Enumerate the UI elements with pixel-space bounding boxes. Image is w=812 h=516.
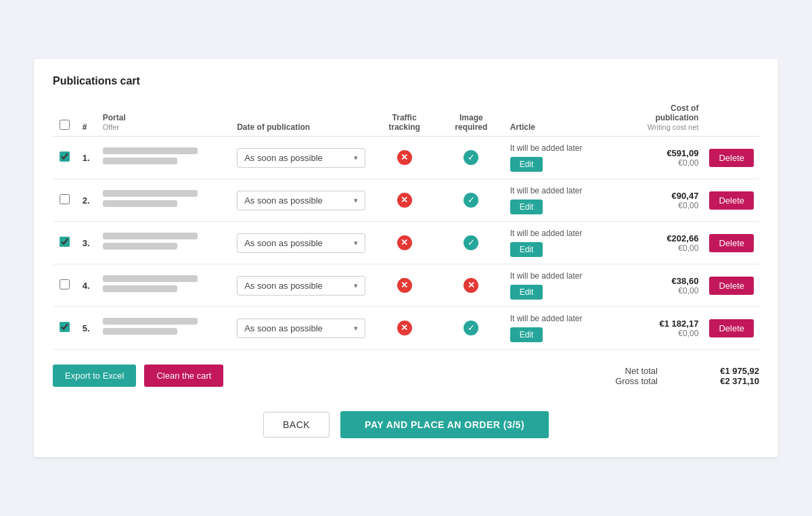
col-checkbox <box>53 99 77 137</box>
gross-total-label: Gross total <box>615 376 658 386</box>
row-article: It will be added laterEdit <box>505 307 624 350</box>
cost-main-value: €591,09 <box>629 148 699 158</box>
article-text: It will be added later <box>510 143 618 153</box>
row-traffic: ✕ <box>371 264 438 307</box>
row-4-delete-button[interactable]: Delete <box>709 277 754 295</box>
row-image: ✕ <box>438 264 505 307</box>
col-portal: PortalOffer <box>97 99 231 137</box>
row-cost: €90,47€0,00 <box>624 179 704 222</box>
portal-line2: ████████ <box>103 158 177 164</box>
row-2-delete-button[interactable]: Delete <box>709 191 754 210</box>
row-number: 3. <box>77 222 97 264</box>
cost-sub-value: €0,00 <box>629 329 699 338</box>
table-row: 5.████████████████████As soon as possibl… <box>53 307 759 350</box>
row-5-edit-button[interactable]: Edit <box>510 327 543 342</box>
row-2-edit-button[interactable]: Edit <box>510 200 543 214</box>
row-2-date-select[interactable]: As soon as possible▾ <box>237 191 365 210</box>
row-3-delete-button[interactable]: Delete <box>709 234 754 252</box>
traffic-x-icon: ✕ <box>397 278 412 293</box>
row-date: As soon as possible▾ <box>231 264 371 307</box>
row-traffic: ✕ <box>371 307 438 350</box>
portal-line2: ████████ <box>103 328 177 335</box>
chevron-down-icon: ▾ <box>354 281 358 290</box>
row-5-delete-button[interactable]: Delete <box>709 319 754 337</box>
row-article: It will be added laterEdit <box>505 264 624 307</box>
portal-line2: ████████ <box>103 200 177 207</box>
portal-line1: ████████████ <box>103 190 198 197</box>
chevron-down-icon: ▾ <box>354 239 358 248</box>
portal-line2: ████████ <box>103 285 177 292</box>
col-action <box>704 99 759 137</box>
place-order-button[interactable]: PAY AND PLACE AN ORDER (3/5) <box>340 411 549 438</box>
row-2-checkbox[interactable] <box>60 194 70 204</box>
row-4-date-select[interactable]: As soon as possible▾ <box>237 276 365 296</box>
row-1-date-select[interactable]: As soon as possible▾ <box>237 148 365 168</box>
row-traffic: ✕ <box>371 222 438 264</box>
clean-cart-button[interactable]: Clean the cart <box>144 365 223 387</box>
row-article: It will be added laterEdit <box>505 222 624 264</box>
row-1-checkbox[interactable] <box>60 151 70 162</box>
row-1-delete-button[interactable]: Delete <box>709 149 754 167</box>
cost-sub-value: €0,00 <box>629 243 699 253</box>
date-select-label: As soon as possible <box>244 323 323 333</box>
main-card: Publications cart # PortalOffer Date of … <box>34 59 778 457</box>
row-1-edit-button[interactable]: Edit <box>510 157 543 172</box>
row-portal: ████████████████████ <box>97 137 231 179</box>
date-select-label: As soon as possible <box>244 281 323 291</box>
col-cost: Cost of publicationWriting cost net <box>624 99 704 137</box>
footer-actions: Export to Excel Clean the cart Net total… <box>53 365 759 387</box>
image-x-icon: ✕ <box>464 278 478 293</box>
cost-main-value: €38,60 <box>629 276 699 286</box>
row-action: Delete <box>704 179 759 222</box>
col-number: # <box>77 99 97 137</box>
row-3-checkbox[interactable] <box>60 237 70 247</box>
row-action: Delete <box>704 307 759 350</box>
row-number: 4. <box>77 264 97 307</box>
portal-line1: ████████████ <box>103 147 198 154</box>
row-checkbox-cell <box>53 307 77 350</box>
row-4-edit-button[interactable]: Edit <box>510 285 543 300</box>
cost-sub-value: €0,00 <box>629 201 699 210</box>
image-check-icon: ✓ <box>464 193 478 208</box>
article-text: It will be added later <box>510 271 618 281</box>
bottom-navigation: BACK PAY AND PLACE AN ORDER (3/5) <box>53 411 759 438</box>
portal-line1: ████████████ <box>103 318 198 325</box>
row-4-checkbox[interactable] <box>60 279 70 289</box>
row-article: It will be added laterEdit <box>505 179 624 222</box>
chevron-down-icon: ▾ <box>354 324 358 333</box>
cost-main-value: €202,66 <box>629 233 699 243</box>
col-article: Article <box>505 99 624 137</box>
date-select-label: As soon as possible <box>244 238 323 248</box>
table-row: 3.████████████████████As soon as possibl… <box>53 222 759 264</box>
row-5-date-select[interactable]: As soon as possible▾ <box>237 319 365 338</box>
row-action: Delete <box>704 222 759 264</box>
select-all-checkbox[interactable] <box>60 120 70 130</box>
export-excel-button[interactable]: Export to Excel <box>53 365 136 387</box>
row-cost: €591,09€0,00 <box>624 137 704 179</box>
row-cost: €38,60€0,00 <box>624 264 704 307</box>
net-total-value: €1 975,92 <box>698 366 759 376</box>
portal-line1: ████████████ <box>103 275 198 282</box>
row-5-checkbox[interactable] <box>60 322 70 332</box>
row-image: ✓ <box>438 307 505 350</box>
row-3-date-select[interactable]: As soon as possible▾ <box>237 233 365 253</box>
row-image: ✓ <box>438 222 505 264</box>
row-portal: ████████████████████ <box>97 222 231 264</box>
chevron-down-icon: ▾ <box>354 154 358 162</box>
date-select-label: As soon as possible <box>244 153 323 163</box>
row-date: As soon as possible▾ <box>231 222 371 264</box>
row-cost: €202,66€0,00 <box>624 222 704 264</box>
traffic-x-icon: ✕ <box>397 150 412 165</box>
image-check-icon: ✓ <box>464 150 478 165</box>
date-select-label: As soon as possible <box>244 195 323 206</box>
row-number: 5. <box>77 307 97 350</box>
row-image: ✓ <box>438 137 505 179</box>
row-checkbox-cell <box>53 222 77 264</box>
back-button[interactable]: BACK <box>263 412 330 438</box>
net-total-label: Net total <box>625 366 658 376</box>
row-date: As soon as possible▾ <box>231 307 371 350</box>
row-checkbox-cell <box>53 264 77 307</box>
table-row: 2.████████████████████As soon as possibl… <box>53 179 759 222</box>
row-3-edit-button[interactable]: Edit <box>510 242 543 257</box>
row-number: 2. <box>77 179 97 222</box>
